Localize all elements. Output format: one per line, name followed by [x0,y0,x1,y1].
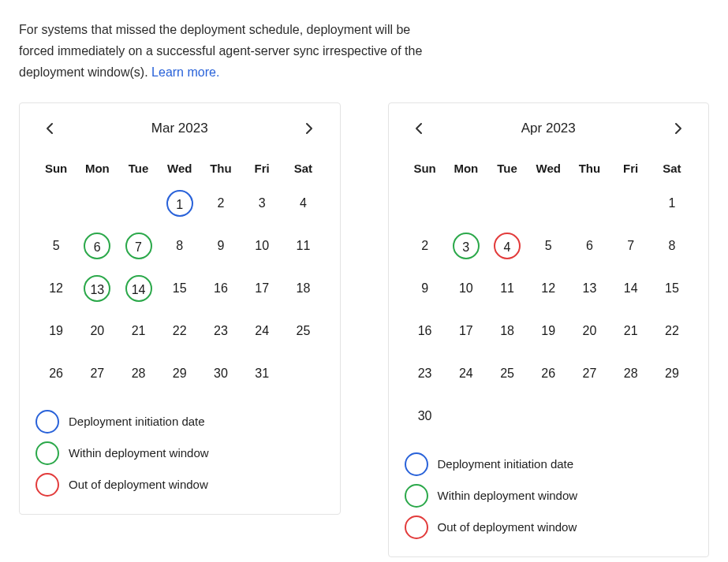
prev-month-button[interactable] [39,117,61,140]
weekday-label: Thu [200,162,241,175]
day-number[interactable]: 12 [43,275,69,302]
day-number[interactable]: 18 [494,318,521,344]
day-number[interactable]: 11 [289,233,316,259]
calendar-header: Apr 2023 [405,117,693,140]
day-number[interactable]: 24 [453,360,480,387]
day-cell: 27 [77,359,118,388]
day-number[interactable]: 24 [248,318,275,344]
day-number[interactable]: 21 [618,318,644,344]
day-number[interactable]: 3 [248,190,275,217]
legend-in-window: Within deployment window [35,441,324,465]
calendar-header: Mar 2023 [35,117,324,140]
intro-text: For systems that missed the deployment s… [19,19,429,84]
day-number[interactable]: 4 [289,190,316,217]
day-cell: 20 [569,317,610,345]
day-cell: 1 [159,189,200,218]
day-number[interactable]: 26 [43,360,69,387]
day-number[interactable]: 20 [576,318,603,344]
day-number[interactable]: 28 [618,360,644,387]
chevron-left-icon [46,122,54,135]
day-number[interactable]: 22 [166,318,193,344]
day-cell-empty [569,189,610,218]
weekday-label: Sun [405,162,446,175]
day-number[interactable]: 27 [84,360,110,387]
day-number[interactable]: 29 [166,360,193,387]
day-number[interactable]: 9 [412,275,439,302]
day-cell: 7 [118,232,159,260]
day-number[interactable]: 19 [43,318,69,344]
day-number[interactable]: 13 [576,275,603,302]
day-cell: 24 [241,317,282,345]
day-number[interactable]: 7 [618,233,644,259]
day-number[interactable]: 23 [412,360,439,387]
day-number[interactable]: 14 [125,275,152,302]
day-number[interactable]: 29 [659,360,685,387]
day-cell: 3 [446,232,487,260]
day-number[interactable]: 6 [576,233,603,259]
day-number[interactable]: 2 [207,190,234,217]
day-number[interactable]: 5 [43,233,69,259]
next-month-button[interactable] [667,117,689,140]
day-number[interactable]: 21 [125,318,152,344]
day-number[interactable]: 3 [453,233,480,259]
day-number[interactable]: 14 [618,275,644,302]
day-number[interactable]: 11 [494,275,521,302]
day-number[interactable]: 22 [659,318,685,344]
day-number[interactable]: 7 [125,233,152,259]
day-cell: 3 [241,189,282,218]
day-number[interactable]: 1 [659,190,685,217]
weekday-label: Sun [35,162,77,175]
day-number[interactable]: 27 [576,360,603,387]
day-cell-empty [528,189,569,218]
day-cell: 9 [200,232,241,260]
day-number[interactable]: 25 [289,318,316,344]
day-cell: 22 [651,317,693,345]
day-number[interactable]: 8 [659,233,685,259]
day-number[interactable]: 26 [535,360,562,387]
day-cell: 20 [77,317,118,345]
day-number[interactable]: 4 [494,233,521,259]
legend-circle-out-window-icon [35,473,59,497]
day-number[interactable]: 10 [453,275,480,302]
legend-label: Within deployment window [438,489,578,502]
chevron-right-icon [674,122,682,135]
next-month-button[interactable] [298,117,320,140]
day-number[interactable]: 10 [248,233,275,259]
day-cell-empty [610,189,651,218]
day-number[interactable]: 18 [289,275,316,302]
day-number[interactable]: 9 [207,233,234,259]
days-grid: 1234567891011121314151617181920212223242… [35,189,324,388]
day-cell: 6 [569,232,610,260]
day-number[interactable]: 23 [207,318,234,344]
day-number[interactable]: 17 [453,318,480,344]
day-number[interactable]: 13 [84,275,110,302]
day-number[interactable]: 12 [535,275,562,302]
day-number[interactable]: 25 [494,360,521,387]
day-number[interactable]: 16 [207,275,234,302]
day-number[interactable]: 15 [659,275,685,302]
intro-body: For systems that missed the deployment s… [19,23,422,79]
day-number[interactable]: 28 [125,360,152,387]
day-number[interactable]: 8 [166,233,193,259]
day-cell-empty [118,189,159,218]
prev-month-button[interactable] [408,117,430,140]
day-number[interactable]: 5 [535,233,562,259]
legend-label: Out of deployment window [69,478,208,491]
day-number[interactable]: 20 [84,318,110,344]
day-number[interactable]: 1 [166,190,193,217]
day-number[interactable]: 16 [412,318,439,344]
day-number[interactable]: 6 [84,233,110,259]
day-number[interactable]: 31 [248,360,275,387]
day-number[interactable]: 2 [412,233,439,259]
day-number[interactable]: 17 [248,275,275,302]
day-number[interactable]: 30 [207,360,234,387]
calendar-title: Apr 2023 [521,121,576,136]
day-cell: 14 [118,274,159,303]
day-number[interactable]: 19 [535,318,562,344]
day-number[interactable]: 30 [412,403,439,430]
calendar-april: Apr 2023 SunMonTueWedThuFriSat 123456789… [388,102,710,557]
day-number[interactable]: 15 [166,275,193,302]
legend-initiation: Deployment initiation date [35,410,324,434]
learn-more-link[interactable]: Learn more. [151,65,219,79]
day-cell: 17 [241,274,282,303]
